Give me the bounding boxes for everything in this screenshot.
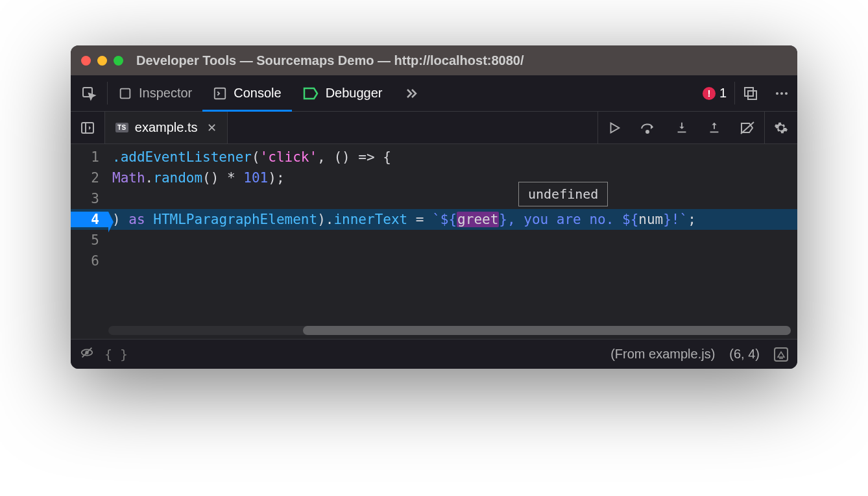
resume-button[interactable]	[598, 112, 631, 143]
horizontal-scrollbar[interactable]	[108, 326, 791, 335]
tab-console[interactable]: Console	[202, 75, 291, 111]
tab-label: Debugger	[326, 86, 383, 101]
svg-rect-8	[82, 123, 93, 133]
line-number[interactable]: 6	[71, 253, 108, 269]
svg-rect-4	[748, 91, 756, 99]
svg-point-7	[785, 92, 788, 95]
zoom-window-button[interactable]	[114, 56, 123, 66]
cursor-position: (6, 4)	[729, 347, 760, 362]
dock-button[interactable]	[735, 86, 766, 101]
tab-inspector[interactable]: Inspector	[108, 75, 202, 111]
file-tab-bar: TS example.ts ✕	[71, 112, 797, 144]
error-count-value: 1	[719, 86, 727, 101]
kebab-menu-button[interactable]	[766, 86, 797, 101]
deactivate-breakpoints-button[interactable]	[730, 112, 764, 143]
window-title: Developer Tools — Sourcemaps Demo — http…	[136, 53, 524, 68]
hover-variable-greet[interactable]: greet	[457, 212, 499, 227]
svg-point-10	[646, 130, 649, 133]
code-line[interactable]: 5	[71, 230, 797, 251]
window-controls	[81, 56, 123, 66]
file-tab-example-ts[interactable]: TS example.ts ✕	[105, 112, 228, 143]
code-line[interactable]: 3	[71, 188, 797, 209]
code-line-current[interactable]: 4 ) as HTMLParagraphElement).innerText =…	[71, 209, 797, 230]
source-editor[interactable]: undefined 1 .addEventListener('click', (…	[71, 144, 797, 339]
source-origin: (From example.js)	[610, 347, 715, 362]
step-in-button[interactable]	[666, 112, 698, 143]
close-tab-button[interactable]: ✕	[207, 121, 217, 135]
devtools-toolbar: Inspector Console Debugger ! 1	[71, 75, 797, 112]
code-line[interactable]: 2 Math.random() * 101);	[71, 167, 797, 188]
error-count[interactable]: ! 1	[695, 75, 734, 111]
pretty-print-button[interactable]: { }	[104, 347, 128, 362]
status-bar: { } (From example.js) (6, 4)	[71, 339, 797, 369]
svg-point-6	[780, 92, 783, 95]
line-number[interactable]: 4	[71, 212, 108, 227]
blackbox-icon[interactable]	[80, 345, 94, 363]
tab-label: Console	[234, 86, 281, 101]
close-window-button[interactable]	[81, 56, 91, 66]
code-line[interactable]: 6	[71, 251, 797, 271]
step-out-button[interactable]	[698, 112, 730, 143]
line-number[interactable]: 5	[71, 232, 108, 248]
debugger-settings-button[interactable]	[764, 112, 797, 143]
scrollbar-thumb[interactable]	[303, 326, 791, 335]
code-line[interactable]: 1 .addEventListener('click', () => {	[71, 147, 797, 167]
sources-pane-toggle[interactable]	[71, 112, 105, 143]
debugger-controls	[597, 112, 797, 143]
error-icon: !	[703, 87, 716, 100]
line-number[interactable]: 2	[71, 170, 108, 186]
sourcemap-toggle-icon[interactable]	[774, 347, 788, 362]
line-number[interactable]: 1	[71, 149, 108, 165]
pick-element-button[interactable]	[71, 75, 107, 111]
ts-file-icon: TS	[115, 123, 128, 132]
svg-rect-1	[121, 88, 130, 98]
line-number[interactable]: 3	[71, 191, 108, 206]
devtools-window: Developer Tools — Sourcemaps Demo — http…	[71, 45, 797, 369]
svg-point-5	[776, 92, 778, 95]
tab-label: Inspector	[139, 86, 192, 101]
more-tabs-button[interactable]	[393, 75, 429, 111]
minimize-window-button[interactable]	[97, 56, 107, 66]
tab-debugger[interactable]: Debugger	[292, 75, 393, 111]
file-name: example.ts	[135, 120, 198, 135]
svg-rect-3	[745, 88, 753, 96]
titlebar: Developer Tools — Sourcemaps Demo — http…	[71, 45, 797, 75]
step-over-button[interactable]	[631, 112, 666, 143]
